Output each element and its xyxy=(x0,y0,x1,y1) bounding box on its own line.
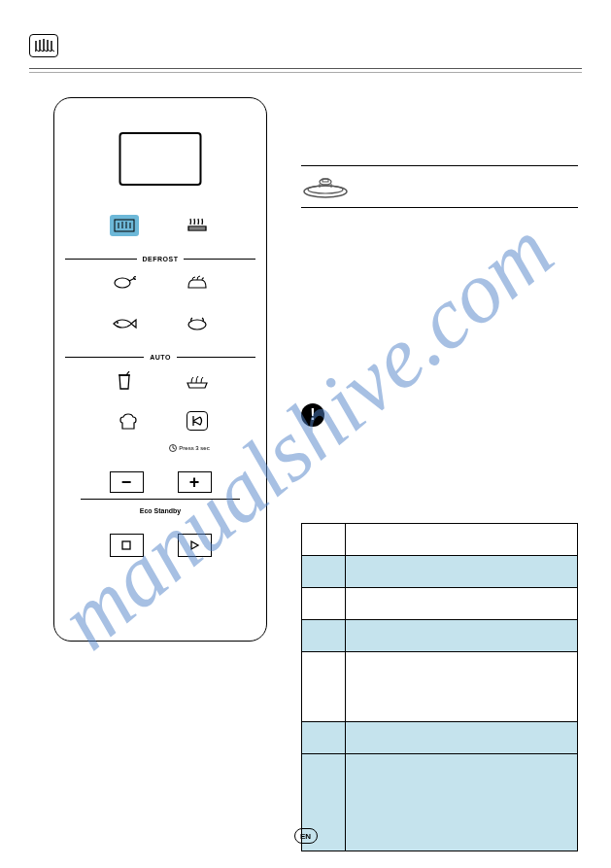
page-language-badge: EN xyxy=(294,828,318,844)
stop-button[interactable] xyxy=(110,534,144,557)
eco-standby-label: Eco Standby xyxy=(140,507,181,514)
defrost-fish-button[interactable] xyxy=(110,313,139,334)
table-cell xyxy=(302,722,346,754)
defrost-poultry-button[interactable] xyxy=(183,313,212,334)
table-cell xyxy=(302,556,346,588)
svg-line-12 xyxy=(173,448,175,449)
crisp-plate-icon xyxy=(301,166,578,207)
header-rule xyxy=(29,68,582,69)
eco-line xyxy=(81,499,240,500)
table-cell xyxy=(346,652,578,722)
defrost-meat-button[interactable] xyxy=(110,272,139,294)
table-cell xyxy=(302,588,346,620)
table-cell xyxy=(346,722,578,754)
chef-hat-button[interactable] xyxy=(114,411,143,433)
press-3sec-label: Press 3 sec xyxy=(169,444,209,452)
table-cell xyxy=(346,556,578,588)
clock-icon xyxy=(169,444,177,452)
grill-mode-button[interactable] xyxy=(183,215,212,236)
microwave-mode-button[interactable] xyxy=(110,215,139,236)
svg-rect-0 xyxy=(115,220,134,231)
right-content-area xyxy=(301,165,578,208)
minus-button[interactable]: − xyxy=(110,471,144,493)
warning-icon: ! xyxy=(301,403,324,427)
display-screen xyxy=(119,132,202,186)
auto-section-label: AUTO xyxy=(65,354,255,361)
start-button[interactable] xyxy=(178,534,212,557)
jet-start-button[interactable] xyxy=(187,411,208,431)
divider-bottom xyxy=(301,207,578,208)
header-rule-thin xyxy=(29,72,582,73)
microwave-waves-icon xyxy=(33,39,54,52)
svg-rect-13 xyxy=(122,541,130,549)
table-cell xyxy=(346,620,578,652)
auto-vegetable-button[interactable] xyxy=(183,370,212,392)
control-panel: DEFROST AUTO xyxy=(53,97,267,642)
defrost-bread-button[interactable] xyxy=(183,272,212,294)
table-cell xyxy=(302,620,346,652)
svg-point-6 xyxy=(117,322,119,324)
svg-rect-17 xyxy=(322,179,328,182)
plus-button[interactable]: + xyxy=(178,471,212,493)
defrost-section-label: DEFROST xyxy=(65,256,255,262)
table-cell xyxy=(346,524,578,556)
table-cell xyxy=(302,652,346,722)
table-cell xyxy=(346,754,578,851)
table-cell xyxy=(302,524,346,556)
svg-point-3 xyxy=(115,278,130,288)
svg-point-15 xyxy=(308,186,343,193)
table-cell xyxy=(346,588,578,620)
header-product-icon xyxy=(29,34,58,57)
info-table xyxy=(301,523,578,851)
auto-drink-button[interactable] xyxy=(110,370,139,392)
